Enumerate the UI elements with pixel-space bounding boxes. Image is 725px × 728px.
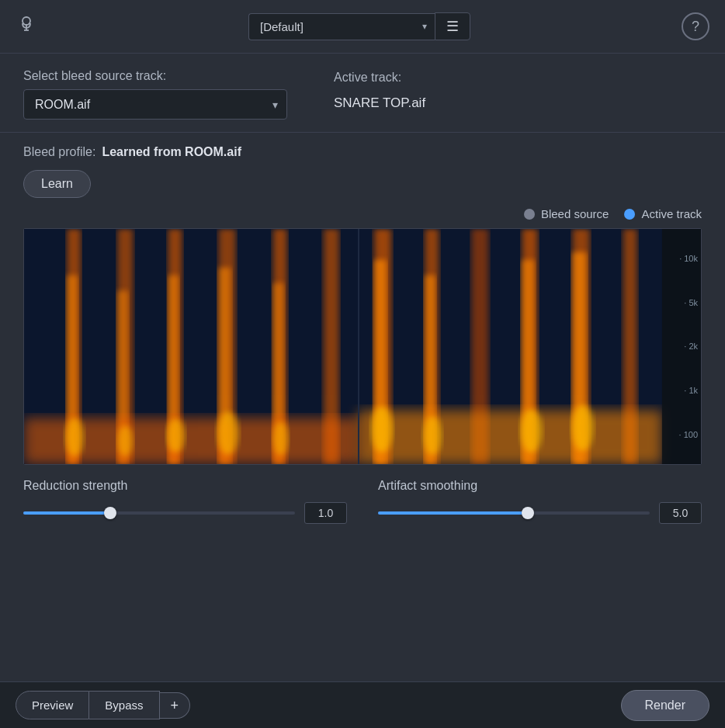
header-left	[16, 13, 37, 40]
help-button[interactable]: ?	[682, 12, 709, 40]
track-section: Select bleed source track: ROOM.aif ▾ Ac…	[0, 54, 725, 132]
svg-point-33	[273, 421, 289, 456]
active-track-value: SNARE TOP.aif	[334, 91, 425, 111]
reduction-slider-group: Reduction strength 1.0	[23, 479, 347, 524]
spectrogram-container: · 10k · 5k · 2k · 1k · 100	[23, 228, 702, 465]
artifact-slider-track[interactable]	[378, 511, 650, 515]
menu-button[interactable]: ☰	[435, 12, 470, 40]
bottom-bar: Preview Bypass + Render	[0, 681, 725, 728]
render-button[interactable]: Render	[621, 690, 709, 721]
bleed-source-dot	[524, 209, 535, 220]
artifact-slider-group: Artifact smoothing 5.0	[378, 479, 702, 524]
sliders-section: Reduction strength 1.0 Artifact smoothin…	[0, 465, 725, 536]
add-button[interactable]: +	[160, 692, 191, 719]
bottom-left-controls: Preview Bypass +	[16, 691, 190, 719]
svg-rect-39	[662, 229, 701, 464]
preview-button[interactable]: Preview	[16, 691, 89, 719]
bleed-source-group: Select bleed source track: ROOM.aif ▾	[23, 69, 287, 120]
active-track-group: Active track: SNARE TOP.aif	[334, 69, 425, 111]
svg-point-29	[65, 418, 84, 456]
reduction-slider-fill	[23, 511, 110, 515]
header-right: ?	[682, 12, 709, 40]
reduction-slider-thumb[interactable]	[104, 507, 116, 519]
reduction-slider-row: 1.0	[23, 502, 347, 524]
svg-point-0	[23, 17, 30, 25]
bleed-source-select[interactable]: ROOM.aif	[23, 89, 287, 120]
artifact-label: Artifact smoothing	[378, 479, 702, 493]
header: [Default] ▾ ☰ ?	[0, 0, 725, 53]
artifact-value: 5.0	[659, 502, 702, 524]
learn-button[interactable]: Learn	[23, 170, 91, 198]
preset-select[interactable]: [Default]	[248, 13, 435, 40]
artifact-slider-thumb[interactable]	[522, 507, 534, 519]
legend-active-track: Active track	[624, 207, 702, 220]
bypass-button[interactable]: Bypass	[89, 691, 159, 719]
legend-row: Bleed source Active track	[0, 207, 725, 228]
svg-point-32	[217, 411, 239, 455]
svg-point-36	[520, 409, 542, 452]
preset-dropdown-wrapper[interactable]: [Default] ▾	[248, 13, 435, 40]
spectrogram-wrapper: · 10k · 5k · 2k · 1k · 100	[23, 228, 702, 465]
artifact-slider-fill	[378, 511, 528, 515]
active-track-dot	[624, 209, 635, 220]
reduction-label: Reduction strength	[23, 479, 347, 493]
mic-icon	[16, 13, 37, 40]
legend-active-label: Active track	[641, 207, 702, 220]
active-track-label: Active track:	[334, 71, 425, 85]
svg-point-31	[166, 418, 185, 452]
legend-bleed-source: Bleed source	[524, 207, 609, 220]
header-center: [Default] ▾ ☰	[248, 12, 470, 40]
svg-point-35	[423, 416, 442, 455]
bleed-source-select-wrapper[interactable]: ROOM.aif ▾	[23, 89, 287, 120]
bleed-section: Bleed profile: Learned from ROOM.aif Lea…	[0, 133, 725, 207]
reduction-slider-track[interactable]	[23, 511, 295, 515]
bleed-profile-value: Learned from ROOM.aif	[102, 145, 241, 159]
bleed-profile-label: Bleed profile:	[23, 145, 95, 159]
svg-point-34	[371, 406, 393, 452]
svg-rect-27	[359, 410, 662, 464]
spacer	[0, 536, 725, 681]
svg-point-30	[117, 425, 133, 456]
reduction-value: 1.0	[304, 502, 347, 524]
bleed-profile-row: Bleed profile: Learned from ROOM.aif	[23, 145, 702, 159]
artifact-slider-row: 5.0	[378, 502, 702, 524]
legend-bleed-label: Bleed source	[541, 207, 609, 220]
svg-point-37	[572, 405, 594, 452]
bleed-source-label: Select bleed source track:	[23, 69, 287, 83]
spectrogram-visual	[24, 229, 701, 464]
